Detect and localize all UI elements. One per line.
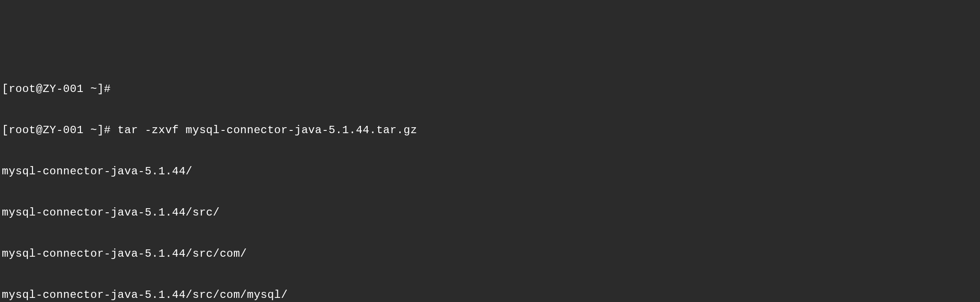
command-line: [root@ZY-001 ~]# tar -zxvf mysql-connect… [2, 124, 978, 137]
output-line: mysql-connector-java-5.1.44/ [2, 165, 978, 178]
prompt-line: [root@ZY-001 ~]# [2, 82, 978, 96]
output-line: mysql-connector-java-5.1.44/src/com/mysq… [2, 288, 978, 302]
output-line: mysql-connector-java-5.1.44/src/com/ [2, 247, 978, 261]
terminal-output[interactable]: [root@ZY-001 ~]# [root@ZY-001 ~]# tar -z… [0, 55, 980, 302]
output-line: mysql-connector-java-5.1.44/src/ [2, 206, 978, 220]
